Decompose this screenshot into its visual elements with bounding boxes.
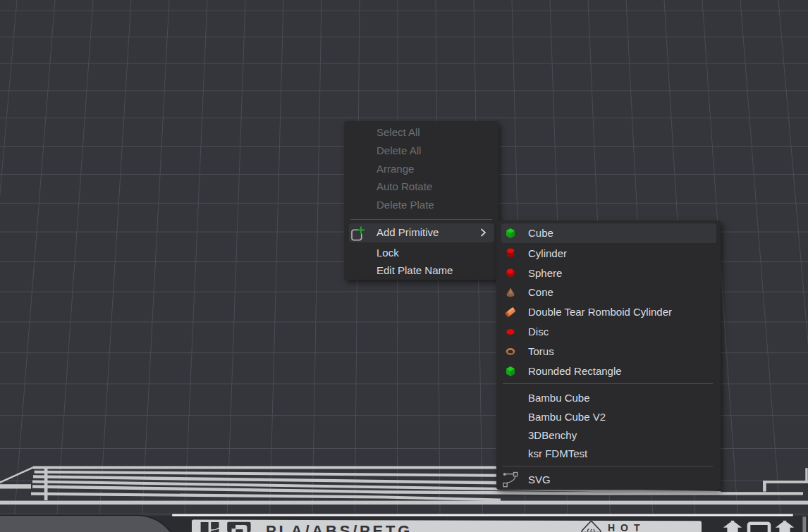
svg-text:HOT: HOT — [608, 522, 646, 532]
svg-text:PLA/ABS/PETG: PLA/ABS/PETG — [266, 522, 412, 532]
